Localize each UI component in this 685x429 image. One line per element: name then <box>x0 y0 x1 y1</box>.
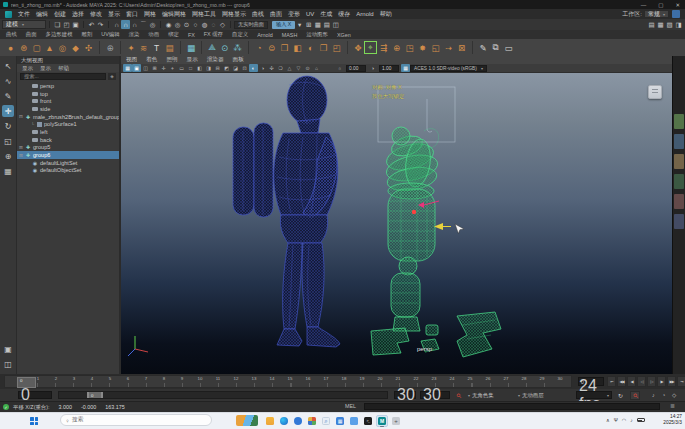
taskbar-app-button[interactable] <box>390 415 402 427</box>
taskbar-app-button[interactable] <box>278 415 290 427</box>
outliner-item[interactable]: ⊞ group6 <box>17 151 119 159</box>
layout-shortcut-icon[interactable]: ◫ <box>2 358 14 370</box>
menu-item[interactable]: 修改 <box>87 10 105 19</box>
sound-icon[interactable]: ♪ <box>652 391 655 399</box>
outliner-menu-item[interactable]: 帮助 <box>58 65 69 72</box>
shelf-tab[interactable]: 渲染 <box>129 31 140 38</box>
microphone-icon[interactable]: Ψ <box>614 417 618 423</box>
status-icon[interactable]: ◫ <box>331 20 340 29</box>
shelf-tool-icon[interactable]: ◔ <box>248 41 265 54</box>
shelf-tab[interactable]: 动画 <box>148 31 159 38</box>
shelf-tool-icon[interactable]: ≋ <box>137 41 150 54</box>
shelf-tool-icon[interactable]: ✥ <box>347 41 364 54</box>
menu-item[interactable]: 曲线 <box>249 10 267 19</box>
viewport-toolbar-icon[interactable]: ⊡ <box>240 64 249 72</box>
shelf-tool-icon[interactable]: ⇢ <box>442 41 455 54</box>
status-icon[interactable]: ▾ <box>295 20 304 29</box>
panel-toggle-icon[interactable]: ▤ <box>647 20 656 29</box>
tool-icon[interactable]: ✛ <box>2 105 14 117</box>
tool-icon[interactable]: ↻ <box>2 120 14 132</box>
volume-icon[interactable]: ♪ <box>630 417 633 423</box>
shelf-tool-icon[interactable]: ▢ <box>30 41 43 54</box>
taskbar-app-button[interactable] <box>320 415 332 427</box>
shelf-tab[interactable]: 自定义 <box>232 31 248 38</box>
workspace-dropdown[interactable]: 常规▾ <box>644 10 669 18</box>
range-slider-track[interactable]: 0 <box>58 391 388 399</box>
shelf-tab[interactable]: MASH <box>282 32 298 38</box>
strip-thumbnail[interactable] <box>674 174 684 189</box>
range-start-field[interactable]: 0 <box>18 391 52 399</box>
shelf-tab[interactable]: 曲线 <box>6 31 17 38</box>
shelf-tool-icon[interactable]: ⁂ <box>231 41 244 54</box>
workspace-settings-icon[interactable] <box>672 10 680 18</box>
selection-mask-icon[interactable]: ◇ <box>218 20 227 29</box>
menu-item[interactable]: 帮助 <box>377 10 395 19</box>
snap-icon[interactable]: ◎ <box>148 20 157 29</box>
tool-icon[interactable]: ↖ <box>2 60 14 72</box>
menu-item[interactable]: 选择 <box>69 10 87 19</box>
taskbar-app-button[interactable] <box>362 415 374 427</box>
gamma-field[interactable]: 1.00 <box>379 65 399 72</box>
tool-icon[interactable]: ✎ <box>2 90 14 102</box>
shelf-tool-icon[interactable]: ❒ <box>278 41 291 54</box>
menu-item[interactable]: 编辑网格 <box>159 10 189 19</box>
viewport-toolbar-icon[interactable]: ◑ <box>258 64 267 72</box>
colorspace-dropdown[interactable]: ACES 1.0 SDR-video (sRGB)▾ <box>410 65 487 72</box>
maximize-button[interactable]: ▢ <box>658 2 663 8</box>
menu-item[interactable]: 编辑 <box>33 10 51 19</box>
shelf-tool-icon[interactable]: ▤ <box>163 41 176 54</box>
mel-input-field[interactable] <box>364 403 660 410</box>
viewport-toolbar-icon[interactable]: ✣ <box>267 64 276 72</box>
shelf-tool-icon[interactable]: ⊙ <box>218 41 231 54</box>
snap-icon[interactable]: ⌒ <box>139 20 148 29</box>
shelf-tool-icon[interactable]: ⧉ <box>489 41 502 54</box>
shelf-tab[interactable]: Arnold <box>257 32 273 38</box>
shelf-tool-icon[interactable]: ◱ <box>429 41 442 54</box>
range-end-field-b[interactable]: 30 <box>420 391 450 399</box>
shelf-tab[interactable]: 多边形建模 <box>46 31 73 38</box>
selection-mask-icon[interactable]: ◌ <box>209 20 218 29</box>
shelf-tool-icon[interactable]: ● <box>4 41 17 54</box>
taskbar-app-button[interactable] <box>348 415 360 427</box>
viewport-toolbar-icon[interactable]: ▽ <box>294 64 303 72</box>
outliner-item[interactable]: side <box>17 105 119 113</box>
shelf-tool-icon[interactable]: ◧ <box>291 41 304 54</box>
outliner-item[interactable]: front <box>17 97 119 105</box>
viewport-toolbar-icon[interactable]: ❍ <box>276 64 285 72</box>
menu-item[interactable]: 文件 <box>15 10 33 19</box>
shelf-tool-icon[interactable]: ⇶ <box>377 41 390 54</box>
wifi-icon[interactable]: ◠ <box>622 417 626 423</box>
taskbar-app-button[interactable] <box>306 415 318 427</box>
script-editor-icon[interactable]: ≣ <box>670 402 675 409</box>
shelf-tool-icon[interactable]: ▦ <box>180 41 197 54</box>
shelf-tab[interactable]: 雕刻 <box>82 31 93 38</box>
shelf-tab[interactable]: XGen <box>337 32 351 38</box>
menu-item[interactable]: 网格显示 <box>219 10 249 19</box>
selection-mask-icon[interactable]: ◉ <box>164 20 173 29</box>
shelf-tool-icon[interactable]: ⊠ <box>455 41 468 54</box>
numeric-input-field[interactable]: 输入 X <box>272 21 295 29</box>
shelf-tool-icon[interactable]: ❐ <box>317 41 330 54</box>
outliner-item[interactable]: ⊟ male_zbrush2Brush_default_group <box>17 113 119 121</box>
file-action-icon[interactable]: ❏ <box>53 20 62 29</box>
panel-toggle-icon[interactable]: ▦ <box>656 20 665 29</box>
shelf-tool-icon[interactable]: ✎ <box>472 41 489 54</box>
shelf-tool-icon[interactable]: ⊕ <box>390 41 403 54</box>
outliner-item[interactable]: defaultObjectSet <box>17 167 119 175</box>
playback-button[interactable]: ⇤ <box>607 376 616 387</box>
shelf-tool-icon[interactable]: ◰ <box>330 41 343 54</box>
playback-button[interactable]: ◀ <box>627 376 636 387</box>
taskbar-search-input[interactable]: ⌕ 搜索 <box>60 414 212 426</box>
shelf-tool-icon[interactable]: ◐ <box>304 41 317 54</box>
menu-item[interactable]: 变形 <box>285 10 303 19</box>
viewport-canvas[interactable]: 对称: 对象 X 按住大写锁定 persp <box>121 73 672 374</box>
taskbar-app-button[interactable] <box>292 415 304 427</box>
taskbar-app-button[interactable] <box>334 415 346 427</box>
snap-icon[interactable]: ∩ <box>121 20 130 29</box>
menu-item[interactable]: Arnold <box>353 11 376 17</box>
strip-thumbnail[interactable] <box>674 214 684 229</box>
start-button[interactable] <box>30 417 38 425</box>
menu-set-dropdown[interactable]: 建模▾ <box>2 20 46 29</box>
menu-item[interactable]: 创建 <box>51 10 69 19</box>
viewport-menu-item[interactable]: 视图 <box>126 56 137 64</box>
